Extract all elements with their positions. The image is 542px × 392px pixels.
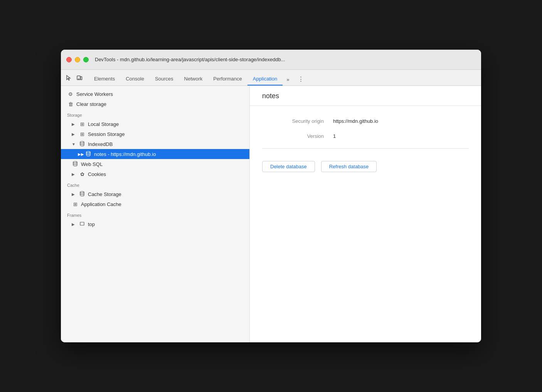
trash-icon: 🗑 [67, 101, 74, 107]
cache-storage-label: Cache Storage [88, 191, 121, 197]
minimize-button[interactable] [75, 57, 80, 62]
frame-icon [79, 221, 86, 228]
application-cache-label: Application Cache [81, 201, 121, 207]
toolbar-icons [64, 73, 84, 85]
svg-rect-7 [80, 222, 84, 225]
buttons-row: Delete database Refresh database [262, 161, 469, 172]
notes-db-label: notes - https://mdn.github.io [94, 151, 156, 157]
security-origin-value: https://mdn.github.io [333, 118, 378, 124]
content-title: notes [262, 92, 469, 100]
device-icon[interactable] [75, 73, 84, 82]
delete-database-button[interactable]: Delete database [262, 161, 315, 172]
sidebar-item-notes-db[interactable]: ▶ notes - https://mdn.github.io [61, 149, 249, 159]
indexeddb-arrow [72, 142, 76, 146]
tabsbar: Elements Console Sources Network Perform… [61, 70, 481, 86]
version-value: 1 [333, 133, 336, 139]
window-title: DevTools - mdn.github.io/learning-area/j… [95, 57, 476, 62]
close-button[interactable] [66, 57, 72, 62]
devtools-window: DevTools - mdn.github.io/learning-area/j… [61, 50, 481, 342]
traffic-lights [66, 57, 89, 62]
sidebar-item-cookies[interactable]: ✿ Cookies [61, 169, 249, 179]
content-panel: notes Security origin https://mdn.github… [250, 86, 481, 342]
svg-point-4 [86, 151, 90, 153]
local-storage-arrow [72, 122, 76, 126]
security-origin-label: Security origin [262, 118, 324, 124]
svg-rect-1 [81, 77, 82, 80]
cookies-label: Cookies [88, 171, 106, 177]
sidebar-item-indexeddb[interactable]: IndexedDB [61, 139, 249, 149]
divider [262, 148, 469, 149]
security-origin-row: Security origin https://mdn.github.io [262, 118, 469, 124]
devtools-menu-button[interactable]: ⋮ [295, 72, 307, 85]
gear-icon: ⚙ [67, 91, 74, 97]
svg-point-6 [80, 191, 84, 193]
svg-point-5 [73, 161, 77, 163]
websql-label: Web SQL [81, 161, 103, 167]
tab-application[interactable]: Application [247, 73, 283, 85]
top-frame-label: top [88, 221, 95, 227]
more-tabs-button[interactable]: » [283, 74, 293, 85]
top-frame-arrow [72, 222, 76, 226]
sidebar: ⚙ Service Workers 🗑 Clear storage Storag… [61, 86, 250, 342]
session-storage-icon: ⊞ [79, 131, 86, 137]
maximize-button[interactable] [83, 57, 89, 62]
content-header: notes [250, 86, 481, 106]
sidebar-item-local-storage[interactable]: ⊞ Local Storage [61, 119, 249, 129]
notes-db-arrow: ▶ [78, 152, 82, 156]
local-storage-icon: ⊞ [79, 121, 86, 127]
clear-storage-label: Clear storage [76, 101, 106, 107]
websql-icon [72, 161, 79, 168]
tabs-list: Elements Console Sources Network Perform… [89, 73, 293, 85]
sidebar-item-cache-storage[interactable]: Cache Storage [61, 189, 249, 199]
sidebar-item-application-cache[interactable]: ⊞ Application Cache [61, 199, 249, 209]
local-storage-label: Local Storage [88, 121, 119, 127]
session-storage-arrow [72, 132, 76, 136]
sidebar-item-clear-storage[interactable]: 🗑 Clear storage [61, 99, 249, 109]
notes-db-icon [85, 151, 92, 157]
refresh-database-button[interactable]: Refresh database [321, 161, 377, 172]
sidebar-item-service-workers[interactable]: ⚙ Service Workers [61, 89, 249, 99]
tab-elements[interactable]: Elements [89, 73, 120, 85]
application-cache-icon: ⊞ [72, 201, 79, 207]
service-workers-label: Service Workers [76, 91, 113, 97]
sidebar-item-session-storage[interactable]: ⊞ Session Storage [61, 129, 249, 139]
session-storage-label: Session Storage [88, 131, 125, 137]
tab-performance[interactable]: Performance [208, 73, 247, 85]
cookies-icon: ✿ [79, 171, 86, 177]
indexeddb-icon [79, 141, 86, 147]
frames-section-label: Frames [61, 209, 249, 219]
cursor-icon[interactable] [64, 73, 73, 82]
sidebar-item-top-frame[interactable]: top [61, 219, 249, 229]
sidebar-item-websql[interactable]: Web SQL [61, 159, 249, 169]
content-body: Security origin https://mdn.github.io Ve… [250, 106, 481, 184]
cache-storage-arrow [72, 192, 76, 196]
version-row: Version 1 [262, 133, 469, 139]
tab-network[interactable]: Network [179, 73, 208, 85]
version-label: Version [262, 133, 324, 139]
cache-storage-icon [79, 191, 86, 198]
indexeddb-label: IndexedDB [88, 141, 113, 147]
tab-sources[interactable]: Sources [150, 73, 179, 85]
svg-point-3 [80, 141, 84, 143]
tab-console[interactable]: Console [120, 73, 150, 85]
main-content: ⚙ Service Workers 🗑 Clear storage Storag… [61, 86, 481, 342]
cache-section-label: Cache [61, 179, 249, 189]
storage-section-label: Storage [61, 109, 249, 119]
cookies-arrow [72, 172, 76, 176]
titlebar: DevTools - mdn.github.io/learning-area/j… [61, 50, 481, 70]
